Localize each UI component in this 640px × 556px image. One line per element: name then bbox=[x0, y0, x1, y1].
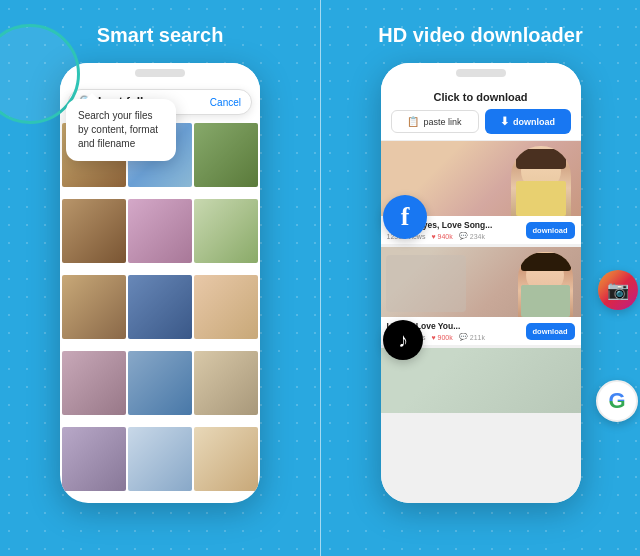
download-button[interactable]: ⬇ download bbox=[485, 109, 571, 134]
paste-link-button[interactable]: 📋 paste link bbox=[391, 110, 479, 133]
google-icon[interactable]: G bbox=[596, 380, 638, 422]
instagram-symbol: 📷 bbox=[607, 279, 629, 301]
google-letter: G bbox=[608, 388, 625, 414]
left-panel: Smart search 🔍 Last fall Cancel Search y… bbox=[0, 0, 320, 556]
video-thumbnail-2 bbox=[381, 247, 581, 317]
downloader-header: Click to download 📋 paste link ⬇ downloa… bbox=[381, 83, 581, 141]
tiktok-symbol: ♪ bbox=[398, 329, 408, 352]
video-download-button-2[interactable]: download bbox=[526, 323, 575, 340]
search-tooltip: Search your files by content, format and… bbox=[66, 99, 176, 161]
photo-cell[interactable] bbox=[128, 427, 192, 491]
phone-notch-bar bbox=[60, 63, 260, 83]
photo-cell[interactable] bbox=[194, 427, 258, 491]
photo-cell[interactable] bbox=[128, 275, 192, 339]
left-phone-mockup: 🔍 Last fall Cancel Search your files by … bbox=[60, 63, 260, 503]
facebook-icon[interactable]: f bbox=[383, 195, 427, 239]
photo-cell[interactable] bbox=[62, 199, 126, 263]
search-bar-wrapper: 🔍 Last fall Cancel Search your files by … bbox=[60, 83, 260, 121]
comment-count-2: 💬 211k bbox=[459, 333, 485, 341]
instagram-icon[interactable]: 📷 bbox=[598, 270, 638, 310]
photo-cell[interactable] bbox=[194, 351, 258, 415]
tiktok-icon[interactable]: ♪ bbox=[383, 320, 423, 360]
right-panel: HD video downloader Click to download 📋 … bbox=[320, 0, 640, 556]
comment-count-1: 💬 234k bbox=[459, 232, 485, 240]
app-container: Smart search 🔍 Last fall Cancel Search y… bbox=[0, 0, 640, 556]
search-tooltip-text: Search your files by content, format and… bbox=[78, 110, 158, 149]
download-icon: ⬇ bbox=[500, 115, 509, 128]
downloader-actions: 📋 paste link ⬇ download bbox=[391, 109, 571, 134]
right-panel-title: HD video downloader bbox=[378, 24, 582, 47]
likes-2: 900k bbox=[438, 334, 453, 341]
like-count-2: ♥ 900k bbox=[431, 334, 452, 341]
like-count-1: ♥ 940k bbox=[431, 233, 452, 240]
phone-notch-right bbox=[456, 69, 506, 77]
photo-cell[interactable] bbox=[194, 199, 258, 263]
facebook-letter: f bbox=[401, 202, 410, 232]
photo-cell[interactable] bbox=[128, 351, 192, 415]
photo-cell[interactable] bbox=[194, 275, 258, 339]
photo-cell[interactable] bbox=[62, 275, 126, 339]
click-to-download-label: Click to download bbox=[391, 91, 571, 103]
left-panel-title: Smart search bbox=[97, 24, 224, 47]
photo-cell[interactable] bbox=[194, 123, 258, 187]
phone-notch-bar-right bbox=[381, 63, 581, 83]
photo-cell[interactable] bbox=[62, 351, 126, 415]
clipboard-icon: 📋 bbox=[407, 116, 419, 127]
comments-2: 211k bbox=[470, 334, 485, 341]
download-label: download bbox=[513, 117, 555, 127]
right-phone-mockup: Click to download 📋 paste link ⬇ downloa… bbox=[381, 63, 581, 503]
comments-1: 234k bbox=[470, 233, 485, 240]
photo-cell[interactable] bbox=[128, 199, 192, 263]
photo-grid bbox=[60, 121, 260, 503]
photo-cell[interactable] bbox=[62, 427, 126, 491]
likes-1: 940k bbox=[438, 233, 453, 240]
phone-notch bbox=[135, 69, 185, 77]
paste-link-label: paste link bbox=[423, 117, 461, 127]
video-download-button-1[interactable]: download bbox=[526, 222, 575, 239]
panel-divider bbox=[320, 0, 321, 556]
cancel-button[interactable]: Cancel bbox=[210, 97, 241, 108]
